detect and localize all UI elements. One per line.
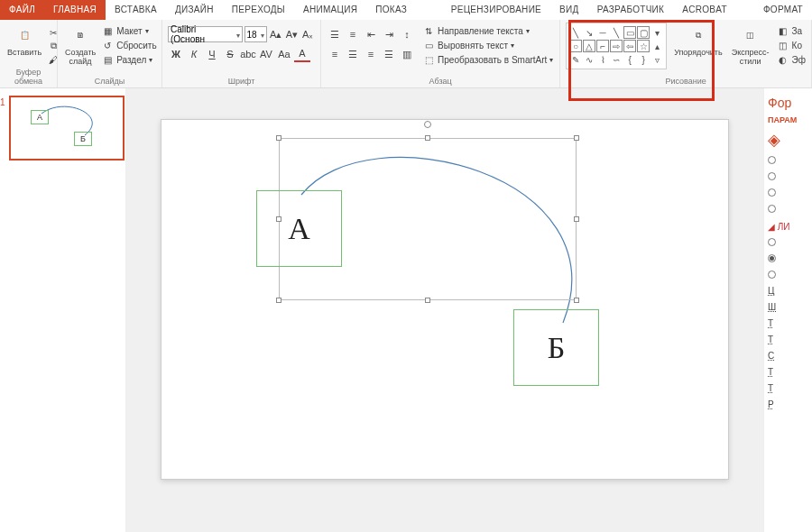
tab-format[interactable]: ФОРМАТ <box>754 0 812 20</box>
font-family-select[interactable]: Calibri (Основн <box>168 26 243 42</box>
layout-button[interactable]: ▦Макет▾ <box>101 24 156 38</box>
group-paragraph-label: Абзац <box>327 75 554 87</box>
new-slide-button[interactable]: 🗎 Создать слайд <box>63 23 97 66</box>
resize-handle-mr[interactable] <box>574 216 579 222</box>
linespacing-icon[interactable]: ↕ <box>399 26 415 42</box>
tab-slideshow[interactable]: ПОКАЗ СЛАЙДОВ <box>366 0 441 20</box>
shadow-button[interactable]: abc <box>240 46 256 62</box>
fill-opt-4[interactable] <box>768 202 808 215</box>
tab-design[interactable]: ДИЗАЙН <box>166 0 223 20</box>
case-button[interactable]: Aa <box>276 46 292 62</box>
align-left-icon[interactable]: ≡ <box>327 46 343 62</box>
justify-icon[interactable]: ☰ <box>381 46 397 62</box>
slide-canvas[interactable]: А Б <box>161 119 729 480</box>
thumb-box-b: Б <box>74 132 92 146</box>
numbering-icon[interactable]: ≡ <box>345 26 361 42</box>
bullets-icon[interactable]: ☰ <box>327 26 343 42</box>
group-clipboard-label: Буфер обмена <box>5 66 51 87</box>
line-prop-6[interactable]: Т <box>768 381 808 394</box>
slide-stage: А Б <box>126 88 763 532</box>
bold-button[interactable]: Ж <box>168 46 184 62</box>
tab-animation[interactable]: АНИМАЦИЯ <box>294 0 366 20</box>
effects-icon: ◐ <box>777 54 789 67</box>
text-direction-icon: ⇅ <box>422 25 435 38</box>
indent-dec-icon[interactable]: ⇤ <box>363 26 379 42</box>
line-opt-2[interactable] <box>768 252 808 264</box>
resize-handle-bm[interactable] <box>425 298 430 303</box>
resize-handle-tr[interactable] <box>574 135 579 141</box>
smartart-icon: ⬚ <box>422 54 435 67</box>
paste-icon: 📋 <box>14 24 35 46</box>
format-pane: Фор ПАРАМ ◈ ◢ ЛИ Ц Ш Т Т С Т Т Р <box>763 88 812 532</box>
thumb-box-a: А <box>31 110 49 124</box>
shrink-font-icon[interactable]: A▾ <box>284 26 299 42</box>
fill-opt-3[interactable] <box>768 186 808 198</box>
reset-button[interactable]: ↺Сбросить <box>101 39 156 52</box>
line-opt-1[interactable] <box>768 235 808 248</box>
clear-format-icon[interactable]: Aₓ <box>300 26 315 42</box>
resize-handle-tm[interactable] <box>425 135 430 141</box>
group-font-label: Шрифт <box>168 75 315 87</box>
quick-styles-button[interactable]: ◫ Экспресс- стили <box>730 23 771 66</box>
shape-fill-button[interactable]: ◧За <box>777 24 806 38</box>
spacing-button[interactable]: AV <box>258 46 274 62</box>
strike-button[interactable]: S <box>222 46 238 62</box>
line-prop-4[interactable]: С <box>768 349 808 362</box>
tab-file[interactable]: ФАЙЛ <box>0 0 44 20</box>
line-prop-0[interactable]: Ц <box>768 284 808 297</box>
format-pane-subtitle: ПАРАМ <box>768 115 808 124</box>
shape-box-a[interactable]: А <box>256 190 342 267</box>
font-size-select[interactable]: 18 <box>245 26 267 42</box>
tab-acrobat[interactable]: ACROBAT <box>673 0 736 20</box>
line-opt-3[interactable] <box>768 268 808 280</box>
tab-insert[interactable]: ВСТАВКА <box>106 0 166 20</box>
line-prop-3[interactable]: Т <box>768 333 808 345</box>
fill-opt-1[interactable] <box>768 153 808 166</box>
section-icon: ▤ <box>101 54 114 67</box>
smartart-button[interactable]: ⬚Преобразовать в SmartArt▾ <box>422 53 553 67</box>
slide-thumbnail-1[interactable]: 1 А Б <box>9 96 125 161</box>
line-prop-7[interactable]: Р <box>768 398 808 410</box>
rotate-handle[interactable] <box>424 121 431 128</box>
paste-button[interactable]: 📋 Вставить <box>5 23 43 57</box>
grow-font-icon[interactable]: A▴ <box>269 26 283 42</box>
line-section-header: ◢ ЛИ <box>768 222 808 232</box>
tab-view[interactable]: ВИД <box>550 0 588 20</box>
resize-handle-tl[interactable] <box>276 135 281 141</box>
indent-inc-icon[interactable]: ⇥ <box>381 26 397 42</box>
font-color-button[interactable]: A <box>294 46 310 62</box>
underline-button[interactable]: Ч <box>204 46 220 62</box>
shape-box-b[interactable]: Б <box>513 309 599 386</box>
styles-icon: ◫ <box>740 24 761 46</box>
ribbon: 📋 Вставить ✂ ⧉ 🖌 Буфер обмена 🗎 Создать … <box>0 20 812 88</box>
fill-tab-icon[interactable]: ◈ <box>768 130 808 150</box>
fill-opt-2[interactable] <box>768 170 808 182</box>
layout-icon: ▦ <box>101 25 114 38</box>
line-prop-1[interactable]: Ш <box>768 300 808 313</box>
tab-transitions[interactable]: ПЕРЕХОДЫ <box>223 0 294 20</box>
group-slides-label: Слайды <box>63 75 156 87</box>
resize-handle-br[interactable] <box>574 298 579 303</box>
tab-home[interactable]: ГЛАВНАЯ <box>44 0 106 20</box>
shape-outline-button[interactable]: ◫Ко <box>777 39 806 52</box>
arrange-icon: ⧉ <box>687 24 709 46</box>
section-button[interactable]: ▤Раздел▾ <box>101 53 156 67</box>
align-text-button[interactable]: ▭Выровнять текст▾ <box>422 39 553 52</box>
columns-icon[interactable]: ▥ <box>399 46 415 62</box>
tab-developer[interactable]: РАЗРАБОТЧИК <box>588 0 674 20</box>
line-prop-5[interactable]: Т <box>768 365 808 378</box>
outline-icon: ◫ <box>777 40 789 52</box>
shapes-gallery[interactable]: ╲↘─╲▭▢▾ ○△⌐⇨⇦☆▴ ✎∿⌇∽{}▿ <box>566 23 667 69</box>
thumb-number: 1 <box>0 97 5 107</box>
align-right-icon[interactable]: ≡ <box>363 46 379 62</box>
shape-effects-button[interactable]: ◐Эф <box>777 53 806 67</box>
italic-button[interactable]: К <box>186 46 202 62</box>
ribbon-tabs: ФАЙЛ ГЛАВНАЯ ВСТАВКА ДИЗАЙН ПЕРЕХОДЫ АНИ… <box>0 0 812 20</box>
resize-handle-bl[interactable] <box>276 298 281 303</box>
align-center-icon[interactable]: ☰ <box>345 46 361 62</box>
arrange-button[interactable]: ⧉ Упорядочить <box>672 23 724 57</box>
line-prop-2[interactable]: Т <box>768 316 808 329</box>
text-direction-button[interactable]: ⇅Направление текста▾ <box>422 24 553 38</box>
tab-review[interactable]: РЕЦЕНЗИРОВАНИЕ <box>442 0 550 20</box>
align-text-icon: ▭ <box>422 40 435 52</box>
